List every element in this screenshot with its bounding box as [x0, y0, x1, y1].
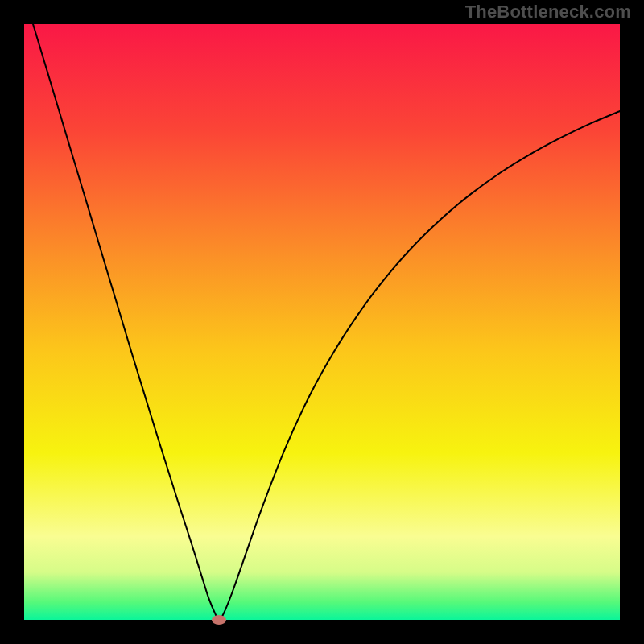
bottleneck-chart: [0, 0, 644, 644]
gradient-background: [24, 24, 620, 620]
chart-frame: TheBottleneck.com: [0, 0, 644, 644]
minimum-marker: [212, 615, 226, 625]
watermark-text: TheBottleneck.com: [465, 2, 631, 23]
